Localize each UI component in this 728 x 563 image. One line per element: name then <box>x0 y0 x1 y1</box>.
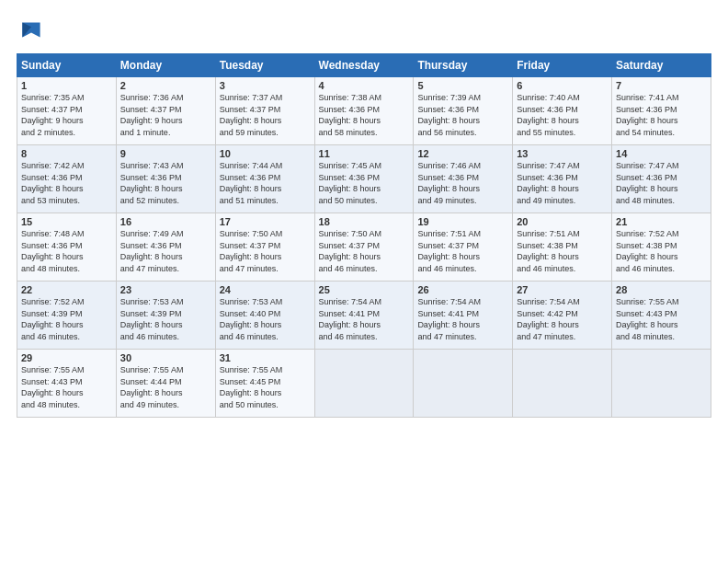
calendar-cell: 27Sunrise: 7:54 AM Sunset: 4:42 PM Dayli… <box>513 282 612 350</box>
day-info: Sunrise: 7:53 AM Sunset: 4:39 PM Dayligh… <box>120 296 211 342</box>
calendar-cell: 7Sunrise: 7:41 AM Sunset: 4:36 PM Daylig… <box>612 77 711 145</box>
calendar-cell: 14Sunrise: 7:47 AM Sunset: 4:36 PM Dayli… <box>612 145 711 213</box>
calendar-cell: 3Sunrise: 7:37 AM Sunset: 4:37 PM Daylig… <box>215 77 314 145</box>
day-info: Sunrise: 7:47 AM Sunset: 4:36 PM Dayligh… <box>616 160 707 206</box>
day-info: Sunrise: 7:41 AM Sunset: 4:36 PM Dayligh… <box>616 92 707 138</box>
calendar-cell: 12Sunrise: 7:46 AM Sunset: 4:36 PM Dayli… <box>414 145 513 213</box>
day-info: Sunrise: 7:54 AM Sunset: 4:41 PM Dayligh… <box>319 296 410 342</box>
day-number: 1 <box>21 80 112 91</box>
day-number: 19 <box>417 216 508 227</box>
calendar-cell: 20Sunrise: 7:51 AM Sunset: 4:38 PM Dayli… <box>513 213 612 282</box>
logo-icon <box>17 17 46 46</box>
day-info: Sunrise: 7:42 AM Sunset: 4:36 PM Dayligh… <box>21 160 112 206</box>
day-number: 15 <box>21 216 112 227</box>
day-info: Sunrise: 7:39 AM Sunset: 4:36 PM Dayligh… <box>417 92 508 138</box>
day-number: 25 <box>319 284 410 295</box>
calendar-week-3: 15Sunrise: 7:48 AM Sunset: 4:36 PM Dayli… <box>17 213 711 282</box>
day-info: Sunrise: 7:36 AM Sunset: 4:37 PM Dayligh… <box>120 92 211 138</box>
logo <box>17 17 50 46</box>
day-number: 20 <box>517 216 608 227</box>
day-info: Sunrise: 7:51 AM Sunset: 4:37 PM Dayligh… <box>417 228 508 274</box>
day-number: 17 <box>220 216 311 227</box>
day-number: 18 <box>319 216 410 227</box>
calendar-cell <box>513 350 612 418</box>
calendar-cell: 19Sunrise: 7:51 AM Sunset: 4:37 PM Dayli… <box>414 213 513 282</box>
day-number: 5 <box>417 80 508 91</box>
day-number: 6 <box>517 80 608 91</box>
day-number: 4 <box>319 80 410 91</box>
calendar-week-2: 8Sunrise: 7:42 AM Sunset: 4:36 PM Daylig… <box>17 145 711 213</box>
day-number: 8 <box>21 148 112 159</box>
calendar-cell: 9Sunrise: 7:43 AM Sunset: 4:36 PM Daylig… <box>116 145 215 213</box>
day-info: Sunrise: 7:51 AM Sunset: 4:38 PM Dayligh… <box>517 228 608 274</box>
day-info: Sunrise: 7:44 AM Sunset: 4:36 PM Dayligh… <box>220 160 311 206</box>
day-header-monday: Monday <box>116 54 215 77</box>
day-info: Sunrise: 7:46 AM Sunset: 4:36 PM Dayligh… <box>417 160 508 206</box>
day-info: Sunrise: 7:54 AM Sunset: 4:42 PM Dayligh… <box>517 296 608 342</box>
day-number: 31 <box>220 352 311 363</box>
day-info: Sunrise: 7:55 AM Sunset: 4:43 PM Dayligh… <box>21 364 112 410</box>
day-info: Sunrise: 7:47 AM Sunset: 4:36 PM Dayligh… <box>517 160 608 206</box>
day-number: 24 <box>220 284 311 295</box>
calendar-cell: 29Sunrise: 7:55 AM Sunset: 4:43 PM Dayli… <box>17 350 117 418</box>
calendar-week-5: 29Sunrise: 7:55 AM Sunset: 4:43 PM Dayli… <box>17 350 711 418</box>
calendar-cell <box>414 350 513 418</box>
calendar-cell: 31Sunrise: 7:55 AM Sunset: 4:45 PM Dayli… <box>215 350 314 418</box>
day-info: Sunrise: 7:55 AM Sunset: 4:43 PM Dayligh… <box>616 296 707 342</box>
day-number: 29 <box>21 352 112 363</box>
day-number: 28 <box>616 284 707 295</box>
day-number: 21 <box>616 216 707 227</box>
calendar-header-row: SundayMondayTuesdayWednesdayThursdayFrid… <box>17 54 711 77</box>
day-info: Sunrise: 7:43 AM Sunset: 4:36 PM Dayligh… <box>120 160 211 206</box>
day-number: 7 <box>616 80 707 91</box>
calendar-cell: 23Sunrise: 7:53 AM Sunset: 4:39 PM Dayli… <box>116 282 215 350</box>
day-number: 26 <box>417 284 508 295</box>
day-info: Sunrise: 7:50 AM Sunset: 4:37 PM Dayligh… <box>319 228 410 274</box>
calendar-cell: 15Sunrise: 7:48 AM Sunset: 4:36 PM Dayli… <box>17 213 117 282</box>
day-info: Sunrise: 7:54 AM Sunset: 4:41 PM Dayligh… <box>417 296 508 342</box>
calendar-cell <box>314 350 414 418</box>
day-header-saturday: Saturday <box>612 54 711 77</box>
calendar-cell: 21Sunrise: 7:52 AM Sunset: 4:38 PM Dayli… <box>612 213 711 282</box>
day-header-thursday: Thursday <box>414 54 513 77</box>
day-info: Sunrise: 7:49 AM Sunset: 4:36 PM Dayligh… <box>120 228 211 274</box>
calendar-cell <box>612 350 711 418</box>
day-info: Sunrise: 7:55 AM Sunset: 4:44 PM Dayligh… <box>120 364 211 410</box>
day-info: Sunrise: 7:48 AM Sunset: 4:36 PM Dayligh… <box>21 228 112 274</box>
day-info: Sunrise: 7:53 AM Sunset: 4:40 PM Dayligh… <box>220 296 311 342</box>
calendar-cell: 22Sunrise: 7:52 AM Sunset: 4:39 PM Dayli… <box>17 282 117 350</box>
day-number: 10 <box>220 148 311 159</box>
calendar-cell: 10Sunrise: 7:44 AM Sunset: 4:36 PM Dayli… <box>215 145 314 213</box>
calendar-cell: 11Sunrise: 7:45 AM Sunset: 4:36 PM Dayli… <box>314 145 414 213</box>
day-number: 27 <box>517 284 608 295</box>
day-info: Sunrise: 7:52 AM Sunset: 4:39 PM Dayligh… <box>21 296 112 342</box>
calendar-cell: 25Sunrise: 7:54 AM Sunset: 4:41 PM Dayli… <box>314 282 414 350</box>
calendar-cell: 1Sunrise: 7:35 AM Sunset: 4:37 PM Daylig… <box>17 77 117 145</box>
day-number: 14 <box>616 148 707 159</box>
day-info: Sunrise: 7:35 AM Sunset: 4:37 PM Dayligh… <box>21 92 112 138</box>
calendar-cell: 8Sunrise: 7:42 AM Sunset: 4:36 PM Daylig… <box>17 145 117 213</box>
page-header <box>17 17 711 46</box>
day-info: Sunrise: 7:50 AM Sunset: 4:37 PM Dayligh… <box>220 228 311 274</box>
calendar-cell: 5Sunrise: 7:39 AM Sunset: 4:36 PM Daylig… <box>414 77 513 145</box>
day-header-tuesday: Tuesday <box>215 54 314 77</box>
calendar-week-4: 22Sunrise: 7:52 AM Sunset: 4:39 PM Dayli… <box>17 282 711 350</box>
day-number: 11 <box>319 148 410 159</box>
calendar-table: SundayMondayTuesdayWednesdayThursdayFrid… <box>17 53 711 418</box>
day-number: 9 <box>120 148 211 159</box>
day-info: Sunrise: 7:52 AM Sunset: 4:38 PM Dayligh… <box>616 228 707 274</box>
day-info: Sunrise: 7:37 AM Sunset: 4:37 PM Dayligh… <box>220 92 311 138</box>
day-number: 3 <box>220 80 311 91</box>
day-number: 23 <box>120 284 211 295</box>
calendar-cell: 28Sunrise: 7:55 AM Sunset: 4:43 PM Dayli… <box>612 282 711 350</box>
day-header-friday: Friday <box>513 54 612 77</box>
calendar-cell: 2Sunrise: 7:36 AM Sunset: 4:37 PM Daylig… <box>116 77 215 145</box>
calendar-week-1: 1Sunrise: 7:35 AM Sunset: 4:37 PM Daylig… <box>17 77 711 145</box>
calendar-cell: 16Sunrise: 7:49 AM Sunset: 4:36 PM Dayli… <box>116 213 215 282</box>
day-number: 2 <box>120 80 211 91</box>
day-number: 13 <box>517 148 608 159</box>
day-number: 12 <box>417 148 508 159</box>
day-header-sunday: Sunday <box>17 54 117 77</box>
calendar-cell: 18Sunrise: 7:50 AM Sunset: 4:37 PM Dayli… <box>314 213 414 282</box>
day-info: Sunrise: 7:40 AM Sunset: 4:36 PM Dayligh… <box>517 92 608 138</box>
